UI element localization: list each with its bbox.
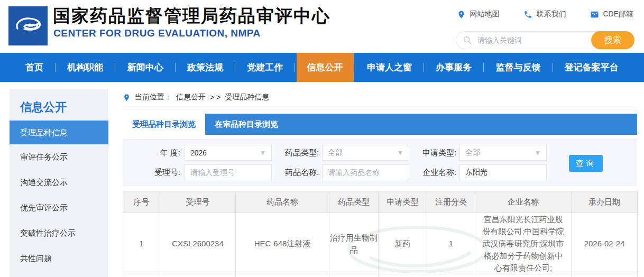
nav-separator	[424, 63, 424, 72]
breadcrumb: 当前位置：信息公开 > > 受理品种信息	[123, 93, 637, 109]
table-cell: 宜昌东阳光长江药业股份有限公司;中国科学院武汉病毒研究所;深圳市格必加分子药物创…	[475, 213, 572, 274]
site-header: 国家药品监督管理局药品审评中心 CENTER FOR DRUG EVALUATI…	[0, 0, 644, 53]
chevron-down-icon: ▼	[397, 149, 403, 156]
filter-panel: 年 度: 2026 ▼ 药品类型: 全部 ▼ 申请类型:	[123, 139, 637, 186]
sitemap-label: 网站地图	[470, 10, 499, 19]
column-header-5: 注册分类	[427, 191, 475, 213]
column-header-0: 序号	[123, 191, 160, 213]
column-header-6: 企业名称	[475, 191, 572, 213]
search-icon	[463, 36, 472, 44]
breadcrumb-current: 受理品种信息	[225, 93, 269, 102]
nav-separator	[483, 63, 484, 72]
sitemap-link[interactable]: 网站地图	[457, 10, 499, 19]
company-name-label: 企业名称:	[422, 168, 455, 178]
title-block: 国家药品监督管理局药品审评中心 CENTER FOR DRUG EVALUATI…	[53, 5, 330, 39]
quick-links: 网站地图 联系我们 CDE邮箱	[457, 10, 633, 19]
column-header-4: 申请类型	[379, 191, 427, 213]
breadcrumb-separator: > >	[210, 93, 220, 101]
apply-type-label: 申请类型:	[422, 148, 455, 158]
filter-row-2: 受理号: 药品名称: 企业名称:	[123, 164, 637, 180]
tab-accepted-catalog[interactable]: 受理品种目录浏览	[123, 114, 205, 135]
column-header-3: 药品类型	[329, 191, 379, 213]
drug-name-filter: 药品名称:	[285, 164, 409, 180]
table-row: 1CXSL2600234HEC-648注射液治疗用生物制品新药1宜昌东阳光长江药…	[123, 213, 638, 274]
column-header-2: 药品名称	[236, 191, 329, 213]
table-cell: 治疗用生物制品	[329, 213, 379, 274]
table-cell: CXSL2600234	[160, 213, 236, 274]
results-table: 序号受理号药品名称药品类型申请类型注册分类企业名称承办日期 1CXSL26002…	[123, 191, 638, 277]
contact-label: 联系我们	[536, 10, 566, 19]
filter-row-1: 年 度: 2026 ▼ 药品类型: 全部 ▼ 申请类型:	[123, 145, 637, 161]
sidebar-item-2[interactable]: 沟通交流公示	[10, 170, 108, 195]
site-search-bar: 搜索	[456, 31, 634, 49]
location-pin-icon	[457, 10, 466, 19]
drug-name-label: 药品名称:	[285, 168, 318, 178]
main-panel: 当前位置：信息公开 > > 受理品种信息 受理品种目录浏览 在审品种目录浏览 年…	[123, 82, 637, 277]
table-cell: 2026-02-24	[572, 213, 638, 274]
table-header-row: 序号受理号药品名称药品类型申请类型注册分类企业名称承办日期	[123, 191, 638, 213]
nav-item-9[interactable]: 登记备案平台	[554, 53, 629, 82]
location-pin-icon	[123, 94, 131, 101]
contact-link[interactable]: 联系我们	[523, 10, 566, 19]
drug-type-select[interactable]: 全部 ▼	[322, 145, 409, 161]
apply-type-select[interactable]: 全部 ▼	[459, 145, 547, 161]
company-name-filter: 企业名称:	[422, 164, 547, 180]
nav-item-5[interactable]: 信息公开	[297, 53, 354, 82]
acceptance-no-filter: 受理号:	[148, 164, 272, 180]
sidebar-item-4[interactable]: 突破性治疗公示	[10, 220, 108, 246]
breadcrumb-section[interactable]: 信息公开	[176, 93, 206, 102]
acceptance-no-label: 受理号:	[148, 168, 180, 178]
cde-logo	[8, 6, 48, 45]
nav-item-8[interactable]: 监督与反馈	[485, 53, 551, 82]
cde-mail-link[interactable]: CDE邮箱	[590, 10, 633, 19]
chevron-down-icon: ▼	[260, 149, 266, 156]
sidebar-title: 信息公开	[10, 89, 108, 121]
nav-separator	[175, 63, 176, 72]
page-subtitle: CENTER FOR DRUG EVALUATION, NMPA	[53, 27, 330, 39]
year-label: 年 度:	[148, 148, 180, 158]
year-filter: 年 度: 2026 ▼	[148, 145, 272, 161]
nav-item-3[interactable]: 政策法规	[177, 53, 234, 82]
drug-type-label: 药品类型:	[285, 148, 318, 158]
column-header-7: 承办日期	[572, 191, 638, 213]
search-button[interactable]: 搜索	[591, 31, 634, 49]
nav-item-0[interactable]: 首页	[15, 53, 54, 82]
envelope-icon	[590, 10, 599, 19]
drug-type-filter: 药品类型: 全部 ▼	[285, 145, 409, 161]
sidebar-item-1[interactable]: 审评任务公示	[10, 144, 108, 170]
content-area: 信息公开 受理品种信息审评任务公示沟通交流公示优先审评公示突破性治疗公示共性问题…	[0, 82, 644, 277]
column-header-1: 受理号	[160, 191, 236, 213]
nav-separator	[355, 63, 355, 72]
tab-under-review-catalog[interactable]: 在审品种目录浏览	[205, 114, 288, 135]
cde-mail-label: CDE邮箱	[603, 10, 633, 19]
acceptance-no-input[interactable]	[185, 164, 272, 180]
nav-separator	[55, 63, 56, 72]
nav-item-4[interactable]: 党建工作	[236, 53, 293, 82]
breadcrumb-prefix: 当前位置：	[135, 93, 172, 102]
nav-item-2[interactable]: 新闻中心	[117, 53, 174, 82]
nav-separator	[553, 63, 553, 72]
nav-item-6[interactable]: 申请人之窗	[356, 53, 422, 82]
sidebar-item-3[interactable]: 优先审评公示	[10, 195, 108, 220]
query-button[interactable]: 查询	[569, 155, 603, 172]
table-cell: 1	[427, 213, 475, 274]
search-input[interactable]	[476, 35, 591, 45]
table-cell: HEC-648注射液	[236, 213, 329, 274]
drug-name-input[interactable]	[322, 164, 409, 180]
main-nav: 首页机构职能新闻中心政策法规党建工作信息公开申请人之窗办事服务监督与反馈登记备案…	[0, 53, 644, 82]
chevron-down-icon: ▼	[535, 149, 541, 156]
apply-type-filter: 申请类型: 全部 ▼	[422, 145, 547, 161]
table-row-clipped	[123, 274, 638, 277]
company-name-input[interactable]	[459, 164, 547, 180]
sidebar-item-0[interactable]: 受理品种信息	[10, 121, 108, 144]
nav-item-7[interactable]: 办事服务	[425, 53, 482, 82]
nav-separator	[115, 63, 115, 72]
year-select[interactable]: 2026 ▼	[185, 145, 272, 161]
table-cell: 新药	[379, 213, 427, 274]
page-title: 国家药品监督管理局药品审评中心	[53, 5, 330, 26]
nav-item-1[interactable]: 机构职能	[57, 53, 114, 82]
sidebar-item-5[interactable]: 共性问题	[10, 246, 108, 271]
nav-separator	[235, 63, 235, 72]
nav-separator	[295, 63, 295, 72]
sidebar: 信息公开 受理品种信息审评任务公示沟通交流公示优先审评公示突破性治疗公示共性问题	[10, 89, 108, 277]
